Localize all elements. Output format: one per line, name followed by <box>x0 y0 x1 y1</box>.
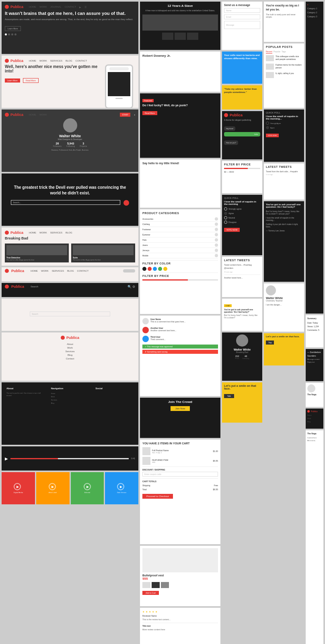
price-slider-sm[interactable] <box>224 168 260 169</box>
product2-btn[interactable]: Add to Cart <box>142 591 159 595</box>
mini-play-orange[interactable]: ▶ <box>49 483 56 490</box>
dark-nav-narrow-row: Publica <box>307 410 322 413</box>
product2-title: Bulletproof vest <box>142 574 218 577</box>
blog-card-img-2 <box>73 245 134 255</box>
poll-radio-2[interactable] <box>266 126 269 129</box>
quote-text: The greatest trick the Devil ever pulled… <box>5 177 135 200</box>
product2-thumbs <box>142 582 218 588</box>
footer-link-about[interactable]: About <box>5 343 135 345</box>
publica-dark-desc: A theme for elegant publishing <box>224 119 260 121</box>
yellow-btn[interactable]: Talk <box>224 394 234 398</box>
product2-thumb-1 <box>142 582 150 588</box>
swatch-black[interactable] <box>142 267 146 271</box>
coupon-input[interactable]: Enter coupon code <box>142 472 218 477</box>
main-grid: Publica HOME WORK JOURNAL CONTACT ▶ ☰ It… <box>0 0 325 644</box>
card-yellow-smile: Let's put a smile on that face. Talk <box>222 382 262 423</box>
poll-radio-1[interactable] <box>266 122 269 125</box>
mini-play-red[interactable]: ▶ <box>14 483 21 490</box>
light-hero-btn2[interactable]: Read More <box>23 78 39 83</box>
player-play-btn[interactable]: ▶ <box>5 456 8 461</box>
light-hero-btn1[interactable]: Learn More <box>5 78 20 83</box>
dark-nav-icons: 🔍 ⚙ <box>128 285 135 289</box>
card-yellow-quote: "Take my advice: better than people some… <box>222 85 262 109</box>
star-3: ★ <box>149 610 151 613</box>
comment-content-1: User Name This is a comment text that go… <box>150 318 186 323</box>
publica-name-9: Publica <box>66 336 79 340</box>
footer-link-work[interactable]: Work <box>5 347 135 349</box>
star-4: ★ <box>152 610 154 613</box>
mini-play-green[interactable]: ▶ <box>84 483 91 490</box>
stat-projects: 3 Projects <box>80 142 87 147</box>
hero-btn-1[interactable]: Learn More <box>5 26 21 31</box>
search-center: Search <box>5 302 135 328</box>
footer-link-contact[interactable]: Contact <box>5 357 135 360</box>
contact-message[interactable]: Message <box>224 21 260 29</box>
card-ww-dark: Walter White Breaking Bad 152 Posts 48 F… <box>222 332 262 381</box>
popular-title-2: Fashion items for the modern person <box>276 64 302 69</box>
middle-column: 12 Years A Slave A free man is kidnapped… <box>140 2 220 644</box>
poll-option-3: Neutral <box>224 216 260 219</box>
contact-email[interactable]: Email <box>224 14 260 19</box>
player-controls: ▶ 0:41 <box>5 450 135 467</box>
movie-thumb-3 <box>187 33 198 40</box>
blue-quote-text: Your cells react to bacteria and viruses… <box>224 54 260 60</box>
tab-recent[interactable]: Recent <box>266 50 272 54</box>
profile-avatar <box>63 118 77 132</box>
poll-light-opt1: Strongly Agree <box>266 122 302 125</box>
search-wrapper: Search <box>30 312 110 318</box>
dark-nav-items: Search <box>31 285 125 288</box>
popular-img-2 <box>266 64 274 70</box>
search-field[interactable]: Search <box>30 312 110 316</box>
mini-card-orange-content: ▶ Artist Label <box>49 483 57 493</box>
footer-link-blog[interactable]: Blog <box>5 354 135 356</box>
swatch-green[interactable] <box>158 267 162 271</box>
contact-name[interactable]: Name <box>224 8 260 13</box>
card-dark-text: Featured Do I feel lucky? Well, do ya pu… <box>140 93 220 158</box>
dot-2 <box>8 33 10 35</box>
mini-card-red-content: ▶ Digital Media <box>14 483 23 493</box>
start-btn[interactable]: START <box>120 113 130 117</box>
ww-avatar <box>236 334 248 347</box>
search-input-mock[interactable]: Search... <box>11 200 120 205</box>
poll-light-btn[interactable]: VOTE NOW <box>266 134 279 137</box>
radio-4[interactable] <box>224 221 227 224</box>
radio-3[interactable] <box>224 216 227 219</box>
radio-1[interactable] <box>224 207 227 211</box>
toggle-switch[interactable] <box>123 269 135 272</box>
chat-dark-title: You've got to ask yourself one question:… <box>266 203 302 208</box>
footer-link-services[interactable]: Services <box>5 350 135 353</box>
publica-name: Publica <box>10 5 23 9</box>
checkout-btn[interactable]: Proceed to Checkout <box>142 494 173 499</box>
cart-divider-2 <box>142 478 218 479</box>
blog-card-1: True Detective The real is is this: A gu… <box>5 244 69 262</box>
chat-bubble-2: Hello! <box>224 132 260 136</box>
poll-light-opt2: Agree <box>266 126 302 129</box>
publica-dot <box>5 5 9 9</box>
cart-price-1: $1.00 <box>213 450 218 452</box>
comment-avatar-2 <box>142 327 149 333</box>
cat-clothing: Clothing <box>142 222 218 227</box>
swatch-yellow[interactable] <box>163 267 167 271</box>
price-range: $0 — $500 <box>224 171 260 173</box>
price-slider[interactable] <box>142 279 218 281</box>
swatch-red[interactable] <box>148 267 152 271</box>
search-btn-red[interactable] <box>123 200 129 206</box>
profile-subtitle: Web Designer & Developer <box>5 138 135 140</box>
movie-main-img <box>142 14 218 31</box>
tab-tags[interactable]: Tags <box>282 50 286 54</box>
blog-cards: True Detective The real is is this: A gu… <box>5 244 135 262</box>
mini-play-blue[interactable]: ▶ <box>117 483 124 490</box>
radio-2[interactable] <box>224 212 227 215</box>
joker-btn[interactable]: Yep <box>266 341 274 345</box>
publica-dot-narrow <box>307 410 310 413</box>
dark-card-btn[interactable]: Read More <box>142 111 157 115</box>
publica-dot-3 <box>5 113 9 117</box>
dark-footer-social-title: Social <box>95 387 134 390</box>
cat-hats: Hats <box>142 237 218 243</box>
cat-mobile: Mobile <box>142 253 218 258</box>
swatch-blue[interactable] <box>153 267 157 271</box>
cart-price-2: $5.55 <box>213 460 218 462</box>
newsletter-btn[interactable]: Join Now <box>171 406 190 411</box>
tab-popular[interactable]: Popular <box>274 50 280 54</box>
poll-vote-btn[interactable]: VOTE NOW <box>224 228 240 232</box>
